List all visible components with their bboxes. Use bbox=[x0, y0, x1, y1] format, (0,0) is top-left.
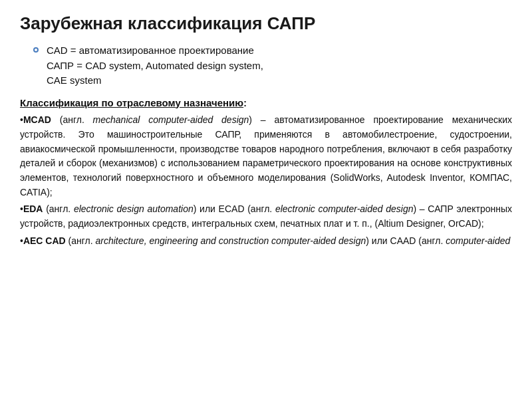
aec-label: AEC CAD bbox=[23, 235, 66, 246]
mcad-paren-close: ) bbox=[249, 114, 252, 125]
intro-line1: CAD = автоматизированное проектирование bbox=[47, 45, 254, 56]
eda-italic2: electronic computer-aided design bbox=[275, 203, 414, 214]
bullet-circle-icon bbox=[33, 47, 39, 53]
mcad-italic: mechanical computer-aided design bbox=[93, 114, 249, 125]
page-title: Зарубежная классификация САПР bbox=[20, 13, 512, 34]
mcad-paren-open: (англ. bbox=[60, 114, 93, 125]
mcad-text: – автоматизированное проектирование меха… bbox=[20, 114, 512, 197]
classification-colon: : bbox=[243, 98, 247, 108]
classification-heading: Классификация по отраслевому назначению bbox=[20, 97, 243, 108]
eda-label: EDA bbox=[23, 203, 43, 214]
page: Зарубежная классификация САПР CAD = авто… bbox=[0, 0, 532, 399]
eda-item: •EDA (англ. electronic design automation… bbox=[20, 202, 512, 231]
intro-block: CAD = автоматизированное проектирование … bbox=[20, 43, 512, 88]
aec-text: или CAAD (англ. computer-aided bbox=[372, 235, 510, 246]
eda-paren-open: (англ. bbox=[46, 203, 74, 214]
eda-italic: electronic design automation bbox=[74, 203, 194, 214]
eda-text1: или ECAD (англ. bbox=[200, 203, 275, 214]
aec-item: •AEC CAD (англ. architecture, engineerin… bbox=[20, 234, 512, 249]
aec-paren-open: (англ. bbox=[68, 235, 96, 246]
intro-line2: САПР = CAD system, Automated design syst… bbox=[47, 60, 263, 71]
intro-text: CAD = автоматизированное проектирование … bbox=[47, 43, 512, 88]
aec-italic: architecture, engineering and constructi… bbox=[96, 235, 366, 246]
mcad-label: MCAD bbox=[23, 114, 51, 125]
classification-heading-line: Классификация по отраслевому назначению: bbox=[20, 95, 512, 111]
aec-paren-close: ) bbox=[366, 235, 369, 246]
intro-line3: CAE system bbox=[47, 74, 102, 86]
mcad-item: •MCAD (англ. mechanical computer-aided d… bbox=[20, 113, 512, 200]
content-body: Классификация по отраслевому назначению:… bbox=[20, 95, 512, 249]
eda-paren-close: ) bbox=[194, 203, 197, 214]
